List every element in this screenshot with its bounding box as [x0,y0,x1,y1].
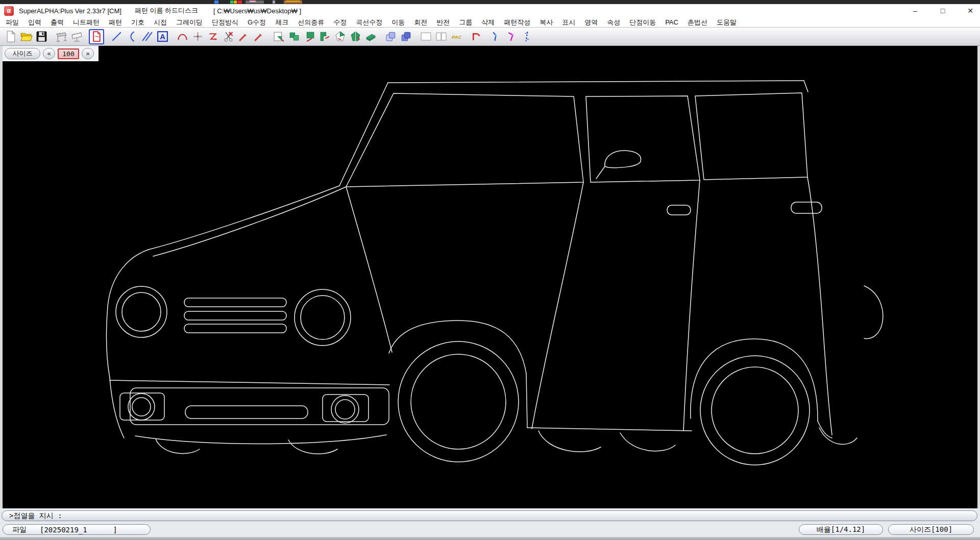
scale-status-badge: 배율[1/4.12] [799,524,883,535]
file-path-label: [ C:₩Users₩us₩Desktop₩ ] [213,7,301,15]
parallel-lines-icon[interactable] [139,29,155,44]
size-increase-button[interactable]: » [82,48,94,59]
open-folder-icon[interactable] [18,29,34,44]
taskbar-fragment [250,1,256,2]
taskbar-fragment [286,1,300,2]
menu-item-PAC[interactable]: PAC [660,18,683,26]
menu-item-속성[interactable]: 속성 [602,18,625,27]
menu-item-입력[interactable]: 입력 [23,18,46,27]
scissors-icon[interactable] [220,29,236,44]
stitch-pen-icon[interactable] [251,29,266,44]
toolbar-separator [484,30,488,43]
file-label: 파일 [12,525,27,534]
window-bottom-edge [0,537,980,540]
awl-icon[interactable] [236,29,251,44]
menu-item-표시[interactable]: 표시 [557,18,580,27]
size-input[interactable] [58,48,79,59]
pattern-file-icon[interactable] [89,29,104,44]
pattern-move-icon[interactable] [302,29,317,44]
menu-item-이동[interactable]: 이동 [387,18,409,27]
menu-item-패턴작성[interactable]: 패턴작성 [499,18,535,27]
region-rect-icon[interactable] [418,29,433,44]
menu-item-출력[interactable]: 출력 [46,18,68,27]
menu-item-반전[interactable]: 반전 [432,18,454,27]
toolbar-separator [464,30,469,43]
minimize-button[interactable]: – [911,7,920,15]
menu-item-니트패턴[interactable]: 니트패턴 [68,18,104,27]
zigzag-arrow-icon[interactable] [205,29,220,44]
menu-item-패턴[interactable]: 패턴 [104,18,127,27]
plotter-icon[interactable] [54,29,69,44]
menu-item-체크[interactable]: 체크 [271,18,293,27]
pattern-merge-icon[interactable] [348,29,363,44]
menu-item-그레이딩[interactable]: 그레이딩 [172,18,207,27]
menu-bar: 파일입력출력니트패턴패턴기호시접그레이딩단점방식G수정체크선의종류수정곡선수정이… [0,17,980,27]
toolbar-separator [84,30,89,43]
close-button[interactable]: ✕ [966,7,975,15]
red-bracket-icon[interactable] [469,29,484,44]
size-decrease-button[interactable]: « [43,48,55,59]
menu-item-도움말[interactable]: 도움말 [712,18,741,27]
menu-item-시접[interactable]: 시접 [149,18,172,27]
pattern-name-label: 패턴 이름 하드디스크 [135,6,198,15]
toolbar-separator [49,30,54,43]
menu-item-단점방식[interactable]: 단점방식 [207,18,243,27]
menu-item-삭제[interactable]: 삭제 [477,18,499,27]
taskbar-fragment [234,1,237,4]
size-control-strip: 사이즈 « » [3,46,99,61]
region-double-rect-icon[interactable] [433,29,449,44]
toolbar-separator [170,30,175,43]
menu-item-G수정[interactable]: G수정 [243,18,271,27]
menu-item-복사[interactable]: 복사 [535,18,557,27]
screen-top-strip [0,0,980,4]
pac-export-icon[interactable] [449,29,464,44]
taskbar-fragment [230,1,233,4]
menu-item-곡선수정[interactable]: 곡선수정 [351,18,387,27]
prompt-text: >점열을 지시 : [9,511,62,521]
copy-outline-icon[interactable] [383,29,398,44]
line-icon[interactable] [109,29,124,44]
maximize-button[interactable]: □ [938,7,947,15]
taskbar-fragment [237,1,242,4]
blue-path-icon[interactable] [488,29,504,44]
file-name-value: [20250219_1 ] [40,526,117,534]
digitizer-icon[interactable] [69,29,84,44]
size-label-button[interactable]: 사이즈 [5,48,40,59]
toolbar [0,27,980,46]
command-prompt-bar: >점열을 지시 : [2,510,977,521]
toolbar-separator [378,30,383,43]
drawing-canvas[interactable]: 사이즈 « » [0,46,980,508]
arc-icon[interactable] [175,29,190,44]
taskbar-fragment [273,1,275,4]
app-logo-icon: α [4,6,14,16]
text-icon[interactable] [155,29,170,44]
pattern-corner-icon[interactable] [317,29,332,44]
pattern-extract-icon[interactable] [271,29,286,44]
dashed-line-icon[interactable] [519,29,534,44]
size-status-badge: 사이즈[100] [888,524,974,535]
toolbar-separator [266,30,271,43]
copy-filled-icon[interactable] [398,29,413,44]
menu-item-기호[interactable]: 기호 [127,18,149,27]
footer: >점열을 지시 : 파일 [20250219_1 ] 배율[1/4.12] 사이… [0,508,980,540]
save-icon[interactable] [34,29,49,44]
menu-item-그룹[interactable]: 그룹 [454,18,477,27]
menu-item-영역[interactable]: 영역 [580,18,602,27]
point-cross-icon[interactable] [190,29,205,44]
menu-item-촌법선[interactable]: 촌법선 [683,18,712,27]
eraser-icon[interactable] [363,29,378,44]
pattern-divide-icon[interactable] [332,29,348,44]
new-document-icon[interactable] [3,29,18,44]
menu-item-수정[interactable]: 수정 [329,18,351,27]
curve-icon[interactable] [124,29,139,44]
menu-item-파일[interactable]: 파일 [1,18,23,27]
taskbar-fragment [214,1,218,4]
toolbar-separator [413,30,418,43]
magenta-path-icon[interactable] [504,29,519,44]
menu-item-선의종류[interactable]: 선의종류 [293,18,329,27]
toolbar-separator [104,30,109,43]
pattern-pieces-icon[interactable] [286,29,302,44]
title-bar: α SuperALPHA:Plus Ver 2.33r7 [CM] 패턴 이름 … [0,4,980,17]
menu-item-단점이동[interactable]: 단점이동 [625,18,660,27]
menu-item-회전[interactable]: 회전 [409,18,432,27]
